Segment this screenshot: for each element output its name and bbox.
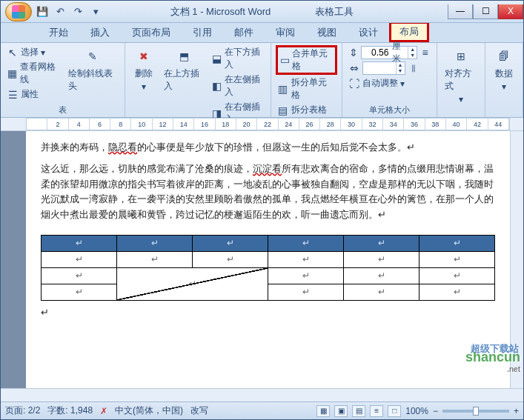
ribbon-tabs: 开始 插入 页面布局 引用 邮件 审阅 视图 设计 布局	[1, 23, 523, 42]
qat-undo[interactable]: ↶	[53, 4, 67, 19]
view-print-layout[interactable]: ▦	[316, 405, 330, 417]
merged-cell: ↵	[117, 267, 268, 300]
tab-home[interactable]: 开始	[38, 22, 79, 42]
paragraph[interactable]: 这么近，那么远，切肤的感觉布满了沧桑的痕迹，沉淀看所有悲欢离合的宿命，多情的点缀…	[41, 161, 495, 223]
group-table-label: 表	[5, 104, 120, 116]
height-down[interactable]: ▼	[408, 53, 417, 59]
tab-review[interactable]: 审阅	[265, 22, 306, 42]
split-table-icon: ▤	[277, 104, 289, 116]
insert-left-button[interactable]: ◧在左侧插入	[210, 73, 266, 99]
split-cells-button[interactable]: ▥拆分单元格	[276, 76, 337, 102]
merge-icon: ▭	[279, 54, 291, 66]
view-web[interactable]: ▤	[352, 405, 365, 417]
view-gridlines-button[interactable]: ▦查看网格线	[5, 60, 62, 87]
data-icon: 🗐	[494, 47, 514, 66]
qat-save[interactable]: 💾	[35, 4, 50, 19]
split-table-button[interactable]: ▤拆分表格	[276, 103, 337, 117]
titlebar: 💾 ↶ ↷ ▾ 文档 1 - Microsoft Word 表格工具 — ☐ X	[1, 1, 523, 23]
table-row: ↵↵↵↵	[42, 284, 495, 300]
row-below-icon: ⬓	[212, 53, 222, 64]
qat-redo[interactable]: ↷	[70, 4, 85, 19]
select-button[interactable]: ↖选择 ▾	[5, 45, 62, 59]
table[interactable]: ↵↵↵↵↵↵ ↵↵↵↵↵↵ ↵↵↵↵↵ ↵↵↵↵	[41, 235, 495, 301]
merge-cells-button[interactable]: ▭合并单元格	[276, 45, 337, 75]
row-height-control[interactable]: ⇕ 厘米 ▲▼ ≡	[347, 45, 432, 60]
draw-diagonal-button[interactable]: ✎ 绘制斜线表头	[65, 45, 121, 104]
status-lang[interactable]: 中文(简体，中国)	[115, 404, 183, 417]
height-icon: ⇕	[348, 47, 359, 59]
page[interactable]: 并换来的寿码，隐忍看的心事便是年少放下的珍惜，但愿这一生的后知后觉不会太多。↵ …	[26, 131, 510, 388]
context-title: 表格工具	[315, 5, 354, 19]
distribute-cols-icon[interactable]: ⦀	[408, 62, 419, 74]
delete-x-icon: ✖	[134, 47, 153, 66]
horizontal-ruler[interactable]: 2468101214161820222426283032343638404244	[1, 118, 523, 131]
distribute-rows-icon[interactable]: ≡	[419, 47, 431, 59]
insert-below-button[interactable]: ⬓在下方插入	[210, 45, 266, 72]
data-button[interactable]: 🗐 数据▾	[490, 45, 518, 115]
alignment-button[interactable]: ⊞ 对齐方式▾	[442, 45, 480, 115]
watermark: 超级下载站	[471, 342, 519, 356]
view-outline[interactable]: ≡	[370, 405, 383, 417]
table-row: ↵↵↵↵↵	[42, 267, 495, 284]
zoom-in[interactable]: +	[514, 406, 519, 416]
view-draft[interactable]: □	[388, 405, 401, 417]
autofit-button[interactable]: ⛶自动调整 ▾	[347, 76, 432, 90]
status-proof-icon[interactable]: ✗	[100, 406, 107, 416]
min-button[interactable]: —	[448, 4, 473, 19]
paragraph[interactable]: 并换来的寿码，隐忍看的心事便是年少放下的珍惜，但愿这一生的后知后觉不会太多。↵	[41, 140, 495, 156]
group-cellsize-label: 单元格大小	[347, 104, 432, 116]
delete-button[interactable]: ✖ 删除▾	[130, 45, 158, 127]
status-mode[interactable]: 改写	[190, 404, 208, 417]
insert-above-button[interactable]: ⬒ 在上方插入	[161, 45, 207, 127]
doc-title: 文档 1 - Microsoft Word	[170, 5, 271, 19]
table-row: ↵↵↵↵↵↵	[42, 235, 495, 251]
height-input[interactable]	[362, 47, 390, 58]
zoom-slider[interactable]	[442, 410, 509, 413]
ribbon: ↖选择 ▾ ▦查看网格线 ☰属性 ✎ 绘制斜线表头 表 ✖ 删除▾ ⬒	[1, 42, 523, 118]
document-area: 并换来的寿码，隐忍看的心事便是年少放下的珍惜，但愿这一生的后知后觉不会太多。↵ …	[1, 131, 523, 388]
tab-view[interactable]: 视图	[306, 22, 348, 42]
width-down[interactable]: ▼	[397, 68, 405, 74]
align-grid-icon: ⊞	[451, 47, 471, 66]
split-icon: ▥	[277, 83, 289, 95]
horizontal-scrollbar[interactable]	[1, 388, 523, 401]
qat-more[interactable]: ▾	[88, 4, 103, 19]
tab-insert[interactable]: 插入	[79, 22, 121, 42]
cursor-icon: ↖	[7, 47, 19, 59]
tab-references[interactable]: 引用	[182, 22, 223, 42]
view-fullscreen[interactable]: ▣	[334, 405, 348, 417]
tab-layout[interactable]: 布局	[389, 21, 429, 42]
width-up[interactable]: ▲	[397, 62, 405, 68]
max-button[interactable]: ☐	[473, 4, 498, 19]
status-words[interactable]: 字数: 1,948	[47, 404, 93, 417]
zoom-out[interactable]: −	[433, 406, 438, 416]
office-button[interactable]	[5, 2, 32, 21]
properties-button[interactable]: ☰属性	[5, 87, 62, 101]
autofit-icon: ⛶	[348, 78, 360, 90]
insert-top-icon: ⬒	[175, 47, 194, 66]
props-icon: ☰	[7, 89, 19, 101]
statusbar: 页面: 2/2 字数: 1,948 ✗ 中文(简体，中国) 改写 ▦ ▣ ▤ ≡…	[1, 401, 523, 419]
status-page[interactable]: 页面: 2/2	[5, 404, 40, 417]
col-left-icon: ◧	[212, 80, 222, 92]
tab-design[interactable]: 设计	[348, 22, 389, 42]
tab-mail[interactable]: 邮件	[223, 22, 265, 42]
close-button[interactable]: X	[498, 4, 523, 19]
width-icon: ⇔	[348, 62, 360, 74]
zoom-level[interactable]: 100%	[405, 406, 428, 416]
tab-pagelayout[interactable]: 页面布局	[121, 22, 182, 42]
col-width-control[interactable]: ⇔ ▲▼ ⦀	[347, 61, 432, 76]
table-row: ↵↵↵↵↵↵	[42, 251, 495, 267]
height-up[interactable]: ▲	[408, 47, 417, 53]
pencil-icon: ✎	[83, 47, 102, 66]
width-input[interactable]	[363, 63, 391, 73]
grid-icon: ▦	[7, 67, 18, 79]
